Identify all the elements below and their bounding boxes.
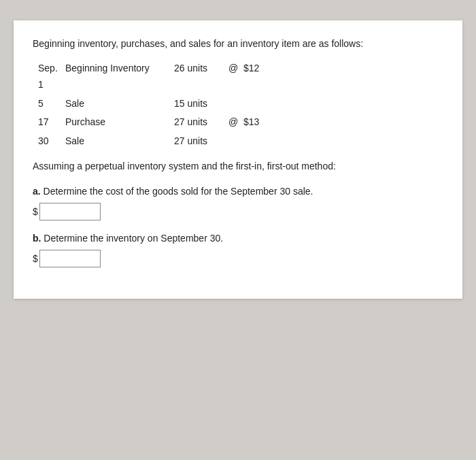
row-date: 5	[38, 96, 65, 112]
inventory-table: Sep. 1 Beginning Inventory 26 units @ $1…	[38, 61, 443, 150]
intro-text: Beginning inventory, purchases, and sale…	[33, 37, 443, 51]
row-at: @	[228, 61, 243, 77]
question-a-bold: a.	[33, 186, 41, 197]
question-b-input-row: $	[33, 250, 443, 267]
row-label: Purchase	[65, 114, 174, 131]
row-date: 17	[38, 114, 65, 131]
main-content: Beginning inventory, purchases, and sale…	[14, 20, 462, 299]
question-b-bold: b.	[33, 233, 41, 244]
row-units: 27 units	[174, 114, 228, 131]
row-date: 30	[38, 133, 65, 150]
table-row: Sep. 1 Beginning Inventory 26 units @ $1…	[38, 61, 443, 93]
row-price: $13	[243, 114, 259, 131]
table-row: 5 Sale 15 units	[38, 96, 443, 112]
question-b-label: b. Determine the inventory on September …	[33, 231, 443, 246]
row-units: 15 units	[174, 96, 228, 112]
row-label: Sale	[65, 96, 174, 112]
assumption-text: Assuming a perpetual inventory system an…	[33, 159, 443, 174]
row-label: Sale	[65, 133, 174, 150]
question-b-text: Determine the inventory on September 30.	[41, 233, 223, 244]
table-row: 17 Purchase 27 units @ $13	[38, 114, 443, 131]
question-a-input-row: $	[33, 203, 443, 220]
row-at: @	[228, 114, 243, 131]
answer-input-b[interactable]	[39, 250, 101, 267]
question-a-label: a. Determine the cost of the goods sold …	[33, 184, 443, 199]
question-a-text: Determine the cost of the goods sold for…	[41, 186, 313, 197]
row-price: $12	[243, 61, 259, 77]
answer-input-a[interactable]	[39, 203, 101, 220]
question-a: a. Determine the cost of the goods sold …	[33, 184, 443, 220]
row-label: Beginning Inventory	[65, 61, 174, 77]
table-row: 30 Sale 27 units	[38, 133, 443, 150]
row-units: 26 units	[174, 61, 228, 77]
row-date: Sep. 1	[38, 61, 65, 93]
dollar-sign-b: $	[33, 253, 38, 264]
row-units: 27 units	[174, 133, 228, 150]
dollar-sign-a: $	[33, 206, 38, 217]
question-b: b. Determine the inventory on September …	[33, 231, 443, 267]
